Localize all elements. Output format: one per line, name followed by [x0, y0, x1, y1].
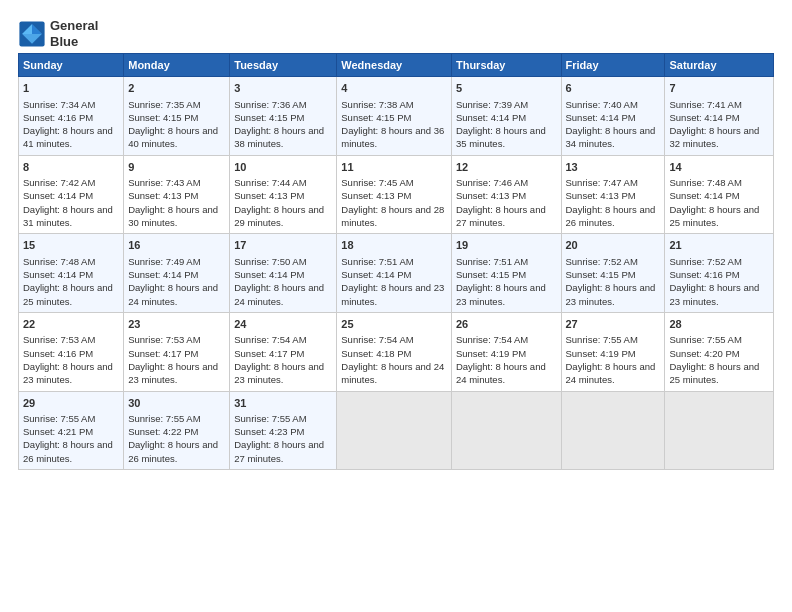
daylight: Daylight: 8 hours and 23 minutes.: [456, 282, 546, 306]
day-number: 27: [566, 317, 661, 332]
daylight: Daylight: 8 hours and 36 minutes.: [341, 125, 444, 149]
daylight: Daylight: 8 hours and 40 minutes.: [128, 125, 218, 149]
sunrise: Sunrise: 7:42 AM: [23, 177, 95, 188]
daylight: Daylight: 8 hours and 27 minutes.: [234, 439, 324, 463]
calendar-cell: 20Sunrise: 7:52 AMSunset: 4:15 PMDayligh…: [561, 234, 665, 313]
sunset: Sunset: 4:21 PM: [23, 426, 93, 437]
calendar-cell: [665, 391, 774, 470]
daylight: Daylight: 8 hours and 35 minutes.: [456, 125, 546, 149]
sunrise: Sunrise: 7:51 AM: [456, 256, 528, 267]
sunset: Sunset: 4:19 PM: [456, 348, 526, 359]
day-number: 6: [566, 81, 661, 96]
calendar-cell: 7Sunrise: 7:41 AMSunset: 4:14 PMDaylight…: [665, 77, 774, 156]
sunset: Sunset: 4:14 PM: [23, 269, 93, 280]
day-number: 9: [128, 160, 225, 175]
day-number: 1: [23, 81, 119, 96]
calendar-cell: 15Sunrise: 7:48 AMSunset: 4:14 PMDayligh…: [19, 234, 124, 313]
calendar-cell: 26Sunrise: 7:54 AMSunset: 4:19 PMDayligh…: [451, 312, 561, 391]
sunrise: Sunrise: 7:43 AM: [128, 177, 200, 188]
sunset: Sunset: 4:13 PM: [341, 190, 411, 201]
logo: General Blue: [18, 18, 98, 49]
calendar-cell: 18Sunrise: 7:51 AMSunset: 4:14 PMDayligh…: [337, 234, 452, 313]
calendar-cell: 21Sunrise: 7:52 AMSunset: 4:16 PMDayligh…: [665, 234, 774, 313]
sunset: Sunset: 4:16 PM: [669, 269, 739, 280]
calendar-cell: 11Sunrise: 7:45 AMSunset: 4:13 PMDayligh…: [337, 155, 452, 234]
sunrise: Sunrise: 7:55 AM: [669, 334, 741, 345]
day-number: 26: [456, 317, 557, 332]
sunset: Sunset: 4:15 PM: [341, 112, 411, 123]
sunrise: Sunrise: 7:55 AM: [23, 413, 95, 424]
day-number: 18: [341, 238, 447, 253]
sunrise: Sunrise: 7:46 AM: [456, 177, 528, 188]
col-header-saturday: Saturday: [665, 54, 774, 77]
sunrise: Sunrise: 7:48 AM: [23, 256, 95, 267]
logo-text: General Blue: [50, 18, 98, 49]
sunset: Sunset: 4:23 PM: [234, 426, 304, 437]
page: General Blue SundayMondayTuesdayWednesda…: [0, 0, 792, 480]
sunset: Sunset: 4:20 PM: [669, 348, 739, 359]
calendar-cell: 13Sunrise: 7:47 AMSunset: 4:13 PMDayligh…: [561, 155, 665, 234]
daylight: Daylight: 8 hours and 23 minutes.: [128, 361, 218, 385]
col-header-sunday: Sunday: [19, 54, 124, 77]
day-number: 31: [234, 396, 332, 411]
calendar-cell: 25Sunrise: 7:54 AMSunset: 4:18 PMDayligh…: [337, 312, 452, 391]
col-header-friday: Friday: [561, 54, 665, 77]
sunset: Sunset: 4:17 PM: [128, 348, 198, 359]
sunset: Sunset: 4:14 PM: [341, 269, 411, 280]
calendar-cell: 24Sunrise: 7:54 AMSunset: 4:17 PMDayligh…: [230, 312, 337, 391]
daylight: Daylight: 8 hours and 23 minutes.: [234, 361, 324, 385]
calendar-cell: 16Sunrise: 7:49 AMSunset: 4:14 PMDayligh…: [124, 234, 230, 313]
sunset: Sunset: 4:19 PM: [566, 348, 636, 359]
daylight: Daylight: 8 hours and 28 minutes.: [341, 204, 444, 228]
calendar-cell: 1Sunrise: 7:34 AMSunset: 4:16 PMDaylight…: [19, 77, 124, 156]
calendar-cell: 22Sunrise: 7:53 AMSunset: 4:16 PMDayligh…: [19, 312, 124, 391]
calendar-cell: 30Sunrise: 7:55 AMSunset: 4:22 PMDayligh…: [124, 391, 230, 470]
calendar-cell: 19Sunrise: 7:51 AMSunset: 4:15 PMDayligh…: [451, 234, 561, 313]
sunrise: Sunrise: 7:48 AM: [669, 177, 741, 188]
sunrise: Sunrise: 7:36 AM: [234, 99, 306, 110]
day-number: 8: [23, 160, 119, 175]
col-header-monday: Monday: [124, 54, 230, 77]
calendar-cell: 10Sunrise: 7:44 AMSunset: 4:13 PMDayligh…: [230, 155, 337, 234]
col-header-thursday: Thursday: [451, 54, 561, 77]
sunrise: Sunrise: 7:55 AM: [234, 413, 306, 424]
calendar-cell: [337, 391, 452, 470]
daylight: Daylight: 8 hours and 24 minutes.: [566, 361, 656, 385]
calendar-cell: 27Sunrise: 7:55 AMSunset: 4:19 PMDayligh…: [561, 312, 665, 391]
calendar-cell: 8Sunrise: 7:42 AMSunset: 4:14 PMDaylight…: [19, 155, 124, 234]
sunrise: Sunrise: 7:49 AM: [128, 256, 200, 267]
daylight: Daylight: 8 hours and 23 minutes.: [341, 282, 444, 306]
daylight: Daylight: 8 hours and 24 minutes.: [456, 361, 546, 385]
sunrise: Sunrise: 7:52 AM: [669, 256, 741, 267]
sunset: Sunset: 4:14 PM: [669, 112, 739, 123]
day-number: 15: [23, 238, 119, 253]
daylight: Daylight: 8 hours and 25 minutes.: [669, 204, 759, 228]
daylight: Daylight: 8 hours and 24 minutes.: [128, 282, 218, 306]
calendar-table: SundayMondayTuesdayWednesdayThursdayFrid…: [18, 53, 774, 470]
sunset: Sunset: 4:18 PM: [341, 348, 411, 359]
sunset: Sunset: 4:14 PM: [566, 112, 636, 123]
day-number: 29: [23, 396, 119, 411]
calendar-cell: 9Sunrise: 7:43 AMSunset: 4:13 PMDaylight…: [124, 155, 230, 234]
day-number: 12: [456, 160, 557, 175]
sunset: Sunset: 4:22 PM: [128, 426, 198, 437]
day-number: 22: [23, 317, 119, 332]
daylight: Daylight: 8 hours and 29 minutes.: [234, 204, 324, 228]
sunrise: Sunrise: 7:45 AM: [341, 177, 413, 188]
day-number: 25: [341, 317, 447, 332]
day-number: 20: [566, 238, 661, 253]
daylight: Daylight: 8 hours and 23 minutes.: [23, 361, 113, 385]
col-header-wednesday: Wednesday: [337, 54, 452, 77]
sunrise: Sunrise: 7:47 AM: [566, 177, 638, 188]
calendar-cell: 4Sunrise: 7:38 AMSunset: 4:15 PMDaylight…: [337, 77, 452, 156]
col-header-tuesday: Tuesday: [230, 54, 337, 77]
sunrise: Sunrise: 7:54 AM: [234, 334, 306, 345]
sunrise: Sunrise: 7:53 AM: [128, 334, 200, 345]
daylight: Daylight: 8 hours and 23 minutes.: [669, 282, 759, 306]
sunrise: Sunrise: 7:50 AM: [234, 256, 306, 267]
sunset: Sunset: 4:15 PM: [128, 112, 198, 123]
sunset: Sunset: 4:14 PM: [234, 269, 304, 280]
day-number: 2: [128, 81, 225, 96]
day-number: 4: [341, 81, 447, 96]
day-number: 13: [566, 160, 661, 175]
